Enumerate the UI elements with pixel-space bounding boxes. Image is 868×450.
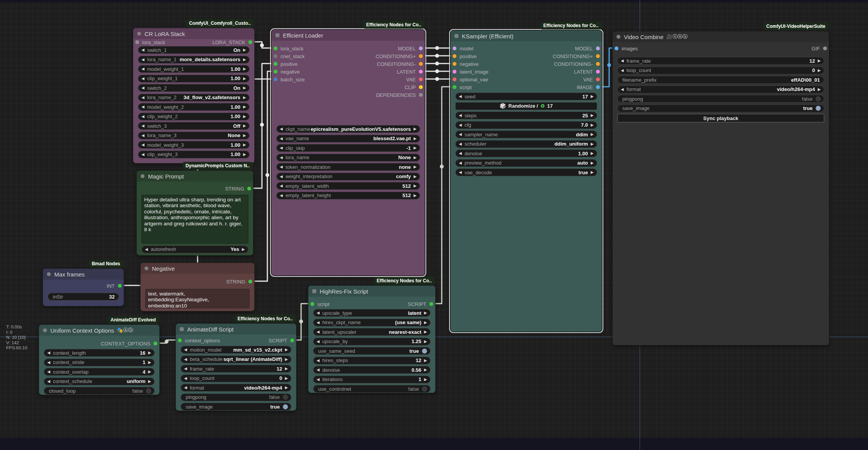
prompt-textarea[interactable]: Hyper detailed ultra sharp, trending on … [141, 195, 248, 244]
widget-cfg[interactable]: ◀cfg7.0▶ [455, 121, 597, 129]
left-arrow-icon[interactable]: ◀ [280, 184, 283, 188]
node-titlebar[interactable]: Video Combine🎥ⓋⒽⓈ [613, 31, 829, 42]
widget-steps[interactable]: ◀steps25▶ [455, 112, 597, 119]
right-arrow-icon[interactable]: ▶ [285, 386, 288, 390]
toggle-dot[interactable] [816, 96, 821, 101]
input-slot-cnet_stack[interactable]: cnet_stack [274, 52, 305, 60]
output-slot-dot[interactable] [596, 54, 600, 58]
left-arrow-icon[interactable]: ◀ [280, 127, 283, 131]
widget-ckpt_name[interactable]: ◀ckpt_nameepicrealism_pureEvolutionV5.sa… [276, 125, 420, 133]
widget-model_weight_1[interactable]: ◀model_weight_11.00▶ [138, 65, 250, 73]
widget-lora_name_3[interactable]: ◀lora_name_3None▶ [138, 132, 250, 139]
widget-context_overlap[interactable]: ◀context_overlap4▶ [44, 368, 155, 376]
widget-pingpong[interactable]: pingpongfalse [181, 393, 291, 401]
toggle-dot[interactable] [146, 388, 151, 393]
widget-use_controlnet[interactable]: use_controlnetfalse [313, 385, 431, 393]
node-animatediff-script[interactable]: AnimateDiff Scriptcontext_optionsSCRIPT◀… [176, 323, 296, 411]
collapse-dot-icon[interactable] [141, 174, 145, 178]
node-ksampler-efficient[interactable]: KSampler (Efficient)modelMODELpositiveCO… [450, 30, 602, 332]
input-slot-script[interactable]: script [453, 83, 472, 91]
widget-lora_name[interactable]: ◀lora_nameNone▶ [276, 154, 420, 161]
output-slot-GIF[interactable]: GIF [811, 45, 827, 52]
toggle-dot[interactable] [816, 106, 821, 111]
output-slot-dot[interactable] [419, 46, 423, 50]
widget-switch_3[interactable]: ◀switch_3Off▶ [138, 122, 250, 130]
widget-sampler_name[interactable]: ◀sampler_nameddim▶ [455, 131, 597, 138]
left-arrow-icon[interactable]: ◀ [459, 123, 462, 127]
output-slot-STRING[interactable]: STRING [225, 185, 251, 192]
left-arrow-icon[interactable]: ◀ [280, 156, 283, 160]
input-slot-dot[interactable] [310, 302, 314, 306]
output-slot-IMAGE[interactable]: IMAGE [577, 83, 600, 91]
right-arrow-icon[interactable]: ▶ [424, 330, 427, 334]
node-negative[interactable]: NegativeSTRINGtext, watermark, embedding… [140, 263, 255, 311]
input-slot-dot[interactable] [274, 70, 277, 74]
output-slot-dot[interactable] [419, 54, 423, 58]
right-arrow-icon[interactable]: ▶ [591, 161, 594, 165]
output-slot-CONDITIONING+[interactable]: CONDITIONING+ [553, 52, 600, 60]
widget-empty_latent_height[interactable]: ◀empty_latent_height512▶ [276, 192, 420, 199]
right-arrow-icon[interactable]: ▶ [591, 113, 594, 117]
input-slot-negative[interactable]: negative [453, 60, 479, 68]
input-slot-dot[interactable] [453, 54, 456, 58]
collapse-dot-icon[interactable] [145, 266, 148, 270]
left-arrow-icon[interactable]: ◀ [459, 94, 462, 98]
widget-model_weight_2[interactable]: ◀model_weight_21.00▶ [138, 103, 250, 111]
output-slot-dot[interactable] [419, 77, 423, 81]
widget-context_stride[interactable]: ◀context_stride1▶ [44, 359, 155, 366]
output-slot-MODEL[interactable]: MODEL [575, 45, 600, 52]
widget-pingpong[interactable]: pingpongfalse [617, 95, 824, 103]
toggle-dot[interactable] [283, 395, 288, 400]
widget-weight_interpretation[interactable]: ◀weight_interpretationcomfy▶ [276, 173, 420, 180]
widget-beta_schedule[interactable]: ◀beta_schedulesqrt_linear (AnimateDiff)▶ [181, 356, 291, 363]
left-arrow-icon[interactable]: ◀ [280, 165, 283, 169]
right-arrow-icon[interactable]: ▶ [413, 146, 417, 150]
collapse-square-icon[interactable] [180, 327, 184, 331]
left-arrow-icon[interactable]: ◀ [184, 357, 187, 361]
link-midpoint-dot[interactable] [260, 43, 264, 47]
left-arrow-icon[interactable]: ◀ [317, 359, 320, 362]
link-midpoint-dot[interactable] [265, 173, 269, 177]
left-arrow-icon[interactable]: ◀ [317, 330, 320, 334]
node-efficient-loader[interactable]: Efficient Loaderlora_stackMODELcnet_stac… [271, 29, 425, 276]
left-arrow-icon[interactable]: ◀ [621, 88, 624, 91]
collapse-dot-icon[interactable] [43, 328, 47, 332]
output-slot-SCRIPT[interactable]: SCRIPT [408, 300, 433, 308]
collapse-dot-icon[interactable] [47, 272, 51, 276]
left-arrow-icon[interactable]: ◀ [141, 86, 145, 90]
link-midpoint-dot[interactable] [435, 62, 439, 65]
widget-autorefresh[interactable]: ◀autorefreshYes▶ [141, 246, 248, 253]
output-slot-STRING[interactable]: STRING [226, 278, 252, 285]
right-arrow-icon[interactable]: ▶ [285, 348, 288, 352]
right-arrow-icon[interactable]: ▶ [285, 367, 288, 371]
input-slot-dot[interactable] [274, 77, 277, 81]
left-arrow-icon[interactable]: ◀ [280, 137, 283, 141]
output-slot-LATENT[interactable]: LATENT [574, 68, 600, 76]
left-arrow-icon[interactable]: ◀ [141, 143, 145, 147]
input-slot-dot[interactable] [453, 62, 456, 66]
left-arrow-icon[interactable]: ◀ [141, 48, 145, 52]
right-arrow-icon[interactable]: ▶ [148, 370, 151, 374]
output-slot-SCRIPT[interactable]: SCRIPT [269, 337, 294, 344]
right-arrow-icon[interactable]: ▶ [818, 59, 821, 63]
output-slot-dot[interactable] [153, 342, 157, 345]
output-slot-CONDITIONING-[interactable]: CONDITIONING- [554, 60, 600, 68]
widget-context_length[interactable]: ◀context_length16▶ [44, 349, 155, 357]
widget-latent_upscaler[interactable]: ◀latent_upscalernearest-exact▶ [313, 328, 431, 336]
left-arrow-icon[interactable]: ◀ [280, 194, 283, 198]
left-arrow-icon[interactable]: ◀ [141, 105, 145, 109]
widget-clip_skip[interactable]: ◀clip_skip-1▶ [276, 144, 420, 152]
widget-motion_model[interactable]: ◀motion_modelmm_sd_v15_v2.ckpt▶ [181, 346, 291, 354]
output-slot-dot[interactable] [248, 40, 252, 44]
widget-vae_decode[interactable]: ◀vae_decodetrue▶ [455, 168, 597, 176]
widget-upscale_type[interactable]: ◀upscale_typelatent▶ [313, 309, 431, 317]
link-midpoint-dot[interactable] [260, 123, 264, 127]
widget-empty_latent_width[interactable]: ◀empty_latent_width512▶ [276, 182, 420, 190]
left-arrow-icon[interactable]: ◀ [141, 96, 145, 100]
widget-lora_name_1[interactable]: ◀lora_name_1more_details.safetensors▶ [138, 56, 250, 64]
link-midpoint-dot[interactable] [299, 319, 303, 323]
collapse-dot-icon[interactable] [617, 35, 620, 39]
input-slot-dot[interactable] [615, 46, 618, 50]
right-arrow-icon[interactable]: ▶ [148, 380, 151, 383]
input-slot-dot[interactable] [453, 77, 456, 81]
